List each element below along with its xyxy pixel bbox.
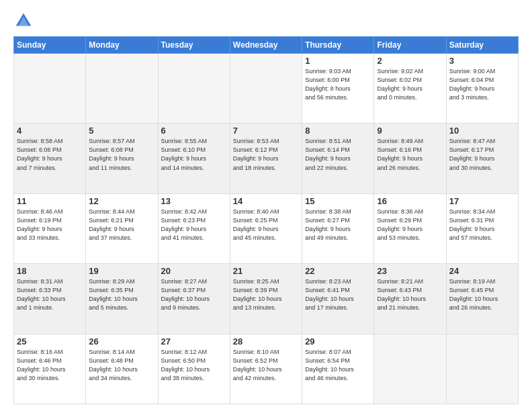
day-number: 27 [161,336,227,347]
day-number: 2 [377,56,443,66]
day-info: Sunrise: 9:03 AM Sunset: 6:00 PM Dayligh… [305,67,371,102]
day-info: Sunrise: 8:16 AM Sunset: 6:46 PM Dayligh… [17,348,83,383]
day-number: 1 [305,56,371,66]
day-number: 17 [449,196,515,206]
day-header-saturday: Saturday [446,37,518,54]
calendar-day-cell [14,54,86,124]
day-number: 13 [161,196,227,206]
calendar-header-row: SundayMondayTuesdayWednesdayThursdayFrid… [14,37,519,54]
day-info: Sunrise: 8:36 AM Sunset: 6:29 PM Dayligh… [377,208,443,242]
day-info: Sunrise: 8:49 AM Sunset: 6:16 PM Dayligh… [377,137,443,172]
day-number: 23 [377,266,443,276]
day-info: Sunrise: 8:40 AM Sunset: 6:25 PM Dayligh… [233,208,299,242]
calendar-day-cell: 10Sunrise: 8:47 AM Sunset: 6:17 PM Dayli… [446,124,518,193]
day-info: Sunrise: 8:53 AM Sunset: 6:12 PM Dayligh… [233,137,299,172]
day-info: Sunrise: 8:44 AM Sunset: 6:21 PM Dayligh… [89,208,154,242]
calendar-day-cell: 17Sunrise: 8:34 AM Sunset: 6:31 PM Dayli… [446,193,518,263]
day-info: Sunrise: 8:51 AM Sunset: 6:14 PM Dayligh… [305,137,371,172]
day-header-monday: Monday [86,37,158,54]
calendar-day-cell [374,334,446,404]
calendar-day-cell: 16Sunrise: 8:36 AM Sunset: 6:29 PM Dayli… [374,193,446,263]
day-info: Sunrise: 8:07 AM Sunset: 6:54 PM Dayligh… [305,348,371,383]
day-info: Sunrise: 8:25 AM Sunset: 6:39 PM Dayligh… [233,277,299,312]
day-number: 18 [17,266,83,276]
day-number: 8 [305,126,371,136]
day-number: 14 [233,196,299,206]
calendar-week-row: 18Sunrise: 8:31 AM Sunset: 6:33 PM Dayli… [14,264,519,334]
day-header-sunday: Sunday [14,37,86,54]
day-number: 21 [233,266,299,276]
day-info: Sunrise: 8:47 AM Sunset: 6:17 PM Dayligh… [449,137,515,172]
calendar-day-cell: 12Sunrise: 8:44 AM Sunset: 6:21 PM Dayli… [86,193,158,263]
calendar-day-cell: 8Sunrise: 8:51 AM Sunset: 6:14 PM Daylig… [302,124,374,193]
day-info: Sunrise: 8:19 AM Sunset: 6:45 PM Dayligh… [449,277,515,312]
logo-icon [13,11,34,31]
calendar-day-cell [158,54,230,124]
day-info: Sunrise: 8:23 AM Sunset: 6:41 PM Dayligh… [305,277,371,312]
day-header-tuesday: Tuesday [158,37,230,54]
day-info: Sunrise: 9:02 AM Sunset: 6:02 PM Dayligh… [377,67,443,102]
calendar-day-cell: 23Sunrise: 8:21 AM Sunset: 6:43 PM Dayli… [374,264,446,334]
calendar-day-cell: 11Sunrise: 8:46 AM Sunset: 6:19 PM Dayli… [14,193,86,263]
day-number: 7 [233,126,299,136]
page: SundayMondayTuesdayWednesdayThursdayFrid… [0,0,532,411]
day-info: Sunrise: 8:21 AM Sunset: 6:43 PM Dayligh… [377,277,443,312]
calendar-day-cell: 29Sunrise: 8:07 AM Sunset: 6:54 PM Dayli… [302,334,374,404]
calendar-day-cell: 18Sunrise: 8:31 AM Sunset: 6:33 PM Dayli… [14,264,86,334]
calendar-day-cell: 28Sunrise: 8:10 AM Sunset: 6:52 PM Dayli… [230,334,302,404]
day-number: 6 [161,126,227,136]
calendar-day-cell: 15Sunrise: 8:38 AM Sunset: 6:27 PM Dayli… [302,193,374,263]
day-number: 9 [377,126,443,136]
calendar-day-cell: 21Sunrise: 8:25 AM Sunset: 6:39 PM Dayli… [230,264,302,334]
day-number: 16 [377,196,443,206]
calendar-day-cell: 20Sunrise: 8:27 AM Sunset: 6:37 PM Dayli… [158,264,230,334]
calendar-day-cell: 9Sunrise: 8:49 AM Sunset: 6:16 PM Daylig… [374,124,446,193]
day-number: 10 [449,126,515,136]
day-info: Sunrise: 8:14 AM Sunset: 6:48 PM Dayligh… [89,348,154,383]
calendar-week-row: 11Sunrise: 8:46 AM Sunset: 6:19 PM Dayli… [14,193,519,263]
calendar-day-cell: 25Sunrise: 8:16 AM Sunset: 6:46 PM Dayli… [14,334,86,404]
day-number: 19 [89,266,154,276]
calendar-day-cell: 19Sunrise: 8:29 AM Sunset: 6:35 PM Dayli… [86,264,158,334]
day-info: Sunrise: 8:10 AM Sunset: 6:52 PM Dayligh… [233,348,299,383]
day-number: 26 [89,336,154,347]
day-info: Sunrise: 8:42 AM Sunset: 6:23 PM Dayligh… [161,208,227,242]
day-info: Sunrise: 8:58 AM Sunset: 6:06 PM Dayligh… [17,137,83,172]
calendar-day-cell [86,54,158,124]
day-info: Sunrise: 8:12 AM Sunset: 6:50 PM Dayligh… [161,348,227,383]
calendar-day-cell: 27Sunrise: 8:12 AM Sunset: 6:50 PM Dayli… [158,334,230,404]
day-info: Sunrise: 8:29 AM Sunset: 6:35 PM Dayligh… [89,277,154,312]
calendar-table: SundayMondayTuesdayWednesdayThursdayFrid… [13,36,519,404]
calendar-day-cell [446,334,518,404]
calendar-day-cell [230,54,302,124]
day-info: Sunrise: 9:00 AM Sunset: 6:04 PM Dayligh… [449,67,515,102]
calendar-day-cell: 6Sunrise: 8:55 AM Sunset: 6:10 PM Daylig… [158,124,230,193]
calendar-day-cell: 26Sunrise: 8:14 AM Sunset: 6:48 PM Dayli… [86,334,158,404]
calendar-week-row: 1Sunrise: 9:03 AM Sunset: 6:00 PM Daylig… [14,54,519,124]
calendar-day-cell: 1Sunrise: 9:03 AM Sunset: 6:00 PM Daylig… [302,54,374,124]
day-number: 20 [161,266,227,276]
day-header-thursday: Thursday [302,37,374,54]
day-info: Sunrise: 8:27 AM Sunset: 6:37 PM Dayligh… [161,277,227,312]
calendar-day-cell: 4Sunrise: 8:58 AM Sunset: 6:06 PM Daylig… [14,124,86,193]
header [13,11,519,31]
day-number: 11 [17,196,83,206]
calendar-day-cell: 7Sunrise: 8:53 AM Sunset: 6:12 PM Daylig… [230,124,302,193]
day-info: Sunrise: 8:57 AM Sunset: 6:08 PM Dayligh… [89,137,154,172]
day-number: 22 [305,266,371,276]
day-number: 3 [449,56,515,66]
day-number: 24 [449,266,515,276]
day-number: 29 [305,336,371,347]
day-info: Sunrise: 8:38 AM Sunset: 6:27 PM Dayligh… [305,208,371,242]
day-number: 5 [89,126,154,136]
day-number: 25 [17,336,83,347]
day-info: Sunrise: 8:34 AM Sunset: 6:31 PM Dayligh… [449,208,515,242]
day-number: 12 [89,196,154,206]
day-number: 15 [305,196,371,206]
day-info: Sunrise: 8:46 AM Sunset: 6:19 PM Dayligh… [17,208,83,242]
day-header-wednesday: Wednesday [230,37,302,54]
calendar-day-cell: 5Sunrise: 8:57 AM Sunset: 6:08 PM Daylig… [86,124,158,193]
calendar-day-cell: 2Sunrise: 9:02 AM Sunset: 6:02 PM Daylig… [374,54,446,124]
day-info: Sunrise: 8:31 AM Sunset: 6:33 PM Dayligh… [17,277,83,312]
calendar-day-cell: 13Sunrise: 8:42 AM Sunset: 6:23 PM Dayli… [158,193,230,263]
